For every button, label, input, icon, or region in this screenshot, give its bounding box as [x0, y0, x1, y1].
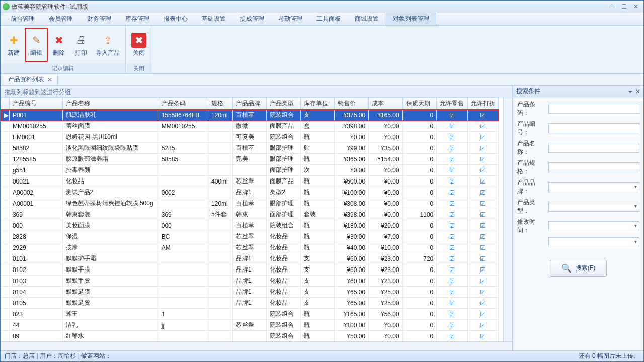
checkbox-icon[interactable]: ☑ — [449, 311, 455, 318]
checkbox-icon[interactable]: ☑ — [480, 134, 486, 141]
group-by-bar[interactable]: 拖动列标题到这进行分组 — [1, 86, 512, 97]
grid-scroll[interactable]: 产品编号产品名称产品条码规格产品品牌产品类型库存单位销售价成本保质天期允许零售允… — [1, 97, 503, 341]
close-window-button[interactable]: ✕ — [630, 3, 641, 11]
column-header[interactable]: 允许零售 — [437, 98, 467, 110]
menu-item[interactable]: 会员管理 — [42, 13, 80, 25]
table-row[interactable]: 0105默默足胶品牌1化妆品支¥65.00¥25.000☑☑ — [1, 298, 499, 309]
menu-item[interactable]: 报表中心 — [156, 13, 195, 25]
column-header[interactable]: 产品条码 — [158, 98, 208, 110]
table-row[interactable]: A00002测试产品20002品牌1类型2瓶¥100.00¥0.000☑☑ — [1, 187, 499, 198]
text-input[interactable] — [548, 104, 639, 114]
tab-product-list[interactable]: 产品资料列表 ✕ — [3, 73, 58, 85]
table-row[interactable]: MM0010255蕾丝面膜MM0010255微微面膜产品盒¥398.00¥0.0… — [1, 121, 499, 132]
ribbon-打印-button[interactable]: 🖨打印 — [70, 28, 92, 62]
checkbox-icon[interactable]: ☑ — [449, 134, 455, 141]
checkbox-icon[interactable]: ☑ — [480, 167, 486, 174]
checkbox-icon[interactable]: ☑ — [449, 211, 455, 218]
column-header[interactable]: 产品编号 — [9, 98, 62, 110]
checkbox-icon[interactable]: ☑ — [480, 145, 486, 152]
horizontal-scrollbar[interactable] — [1, 341, 512, 350]
table-row[interactable]: 0101默默护手霜品牌1化妆品支¥60.00¥23.00720☑☑ — [1, 253, 499, 264]
combo-input[interactable] — [548, 221, 639, 231]
maximize-button[interactable]: ☐ — [618, 3, 629, 11]
ribbon-删除-button[interactable]: ✖删除 — [48, 28, 70, 62]
checkbox-icon[interactable]: ☑ — [449, 200, 455, 207]
table-row[interactable]: 00021化妆品400ml芯丝翠面膜产品瓶¥500.00¥0.000☑☑ — [1, 176, 499, 187]
checkbox-icon[interactable]: ☑ — [449, 222, 455, 229]
checkbox-icon[interactable]: ☑ — [449, 112, 455, 119]
column-header[interactable]: 产品类型 — [267, 98, 301, 110]
checkbox-icon[interactable]: ☑ — [449, 289, 455, 296]
search-button[interactable]: 🔍搜索(F) — [550, 260, 607, 277]
checkbox-icon[interactable]: ☑ — [449, 189, 455, 196]
menu-item[interactable]: 提成管理 — [233, 13, 271, 25]
checkbox-icon[interactable]: ☑ — [449, 178, 455, 185]
checkbox-icon[interactable]: ☑ — [480, 289, 486, 296]
checkbox-icon[interactable]: ☑ — [449, 145, 455, 152]
sidebar-close-icon[interactable]: ✕ — [635, 88, 640, 95]
combo-input[interactable] — [548, 237, 639, 247]
checkbox-icon[interactable]: ☑ — [480, 244, 486, 251]
column-header[interactable]: 产品名称 — [62, 98, 158, 110]
ribbon-新建-button[interactable]: ✚新建 — [3, 28, 25, 62]
tab-close-icon[interactable]: ✕ — [47, 76, 52, 83]
menu-item[interactable]: 财务管理 — [80, 13, 118, 25]
column-header[interactable]: 保质天期 — [403, 98, 437, 110]
table-row[interactable]: 2828保湿BC芯丝翠化妆品瓶¥30.00¥7.000☑☑ — [1, 231, 499, 242]
table-row[interactable]: EM0001恩姆花园-黑川10ml可复美院装组合瓶¥0.00¥0.000☑☑ — [1, 132, 499, 143]
table-row[interactable]: 1285585胶原眼部滋养霜58585完美眼部护理瓶¥365.00¥154.00… — [1, 154, 499, 165]
checkbox-icon[interactable]: ☑ — [449, 266, 455, 274]
table-row[interactable]: 000美妆面膜000百植萃院装组合瓶¥180.00¥20.000☑☑ — [1, 220, 499, 231]
checkbox-icon[interactable]: ☑ — [480, 123, 486, 130]
column-header[interactable]: 成本 — [369, 98, 403, 110]
checkbox-icon[interactable]: ☑ — [480, 222, 486, 229]
menu-item[interactable]: 商城设置 — [348, 13, 386, 25]
table-row[interactable]: 2929按摩AM芯丝翠化妆品瓶¥40.00¥10.000☑☑ — [1, 242, 499, 253]
checkbox-icon[interactable]: ☑ — [449, 167, 455, 174]
text-input[interactable] — [548, 123, 639, 133]
checkbox-icon[interactable]: ☑ — [449, 322, 455, 329]
menu-item[interactable]: 考勤管理 — [271, 13, 309, 25]
column-header[interactable]: 销售价 — [335, 98, 369, 110]
table-row[interactable]: A00001绿色芭蒂茶树清爽控油软膜 500g120ml百植萃眼部护理瓶¥308… — [1, 198, 499, 209]
column-header[interactable]: 库存单位 — [300, 98, 335, 110]
text-input[interactable] — [548, 143, 639, 153]
column-header[interactable]: 允许打折 — [467, 98, 498, 110]
checkbox-icon[interactable]: ☑ — [480, 233, 486, 240]
checkbox-icon[interactable]: ☑ — [449, 233, 455, 240]
checkbox-icon[interactable]: ☑ — [449, 244, 455, 251]
ribbon-导入产品-button[interactable]: ⇪导入产品 — [92, 28, 123, 62]
checkbox-icon[interactable]: ☑ — [449, 123, 455, 130]
checkbox-icon[interactable]: ☑ — [449, 333, 455, 340]
table-row[interactable]: 89红鞭水院装组合瓶¥50.00¥0.000☑☑ — [1, 331, 499, 342]
text-input[interactable] — [548, 162, 639, 172]
checkbox-icon[interactable]: ☑ — [480, 200, 486, 207]
table-row[interactable]: g551排毒养颜面部护理次¥0.00¥0.000☑☑ — [1, 165, 499, 176]
checkbox-icon[interactable]: ☑ — [480, 189, 486, 196]
table-row[interactable]: 0104默默足膜品牌1化妆品支¥65.00¥25.000☑☑ — [1, 287, 499, 298]
minimize-button[interactable]: — — [606, 3, 617, 11]
table-row[interactable]: ▶P001肌源洁肤乳155586764FB120ml百植萃院装组合支¥375.0… — [1, 110, 499, 121]
table-row[interactable]: 0102默默手膜品牌1化妆品支¥60.00¥23.000☑☑ — [1, 264, 499, 276]
vertical-scrollbar[interactable] — [503, 97, 512, 341]
checkbox-icon[interactable]: ☑ — [449, 278, 455, 285]
table-row[interactable]: 58582淡化黑眼圈细纹眼袋眼贴膜5285百植萃眼部护理贴¥99.00¥35.0… — [1, 143, 499, 154]
checkbox-icon[interactable]: ☑ — [480, 255, 486, 262]
checkbox-icon[interactable]: ☑ — [480, 311, 486, 318]
checkbox-icon[interactable]: ☑ — [449, 255, 455, 262]
checkbox-icon[interactable]: ☑ — [480, 278, 486, 285]
combo-input[interactable] — [548, 182, 639, 192]
checkbox-icon[interactable]: ☑ — [480, 178, 486, 185]
menu-item[interactable]: 前台管理 — [4, 13, 42, 25]
checkbox-icon[interactable]: ☑ — [449, 300, 455, 307]
table-row[interactable]: 023蜂王1院装组合瓶¥165.00¥56.000☑☑ — [1, 309, 499, 320]
table-row[interactable]: 44洁乳jj芯丝翠院装组合瓶¥100.00¥0.000☑☑ — [1, 320, 499, 331]
menu-item[interactable]: 库存管理 — [118, 13, 156, 25]
checkbox-icon[interactable]: ☑ — [480, 300, 486, 307]
ribbon-编辑-button[interactable]: ✎编辑 — [25, 28, 48, 62]
menu-item[interactable]: 工具面板 — [309, 13, 348, 25]
combo-input[interactable] — [548, 202, 639, 212]
checkbox-icon[interactable]: ☑ — [480, 156, 486, 163]
menu-item[interactable]: 对象列表管理 — [386, 13, 436, 25]
pin-icon[interactable]: ⏷ — [627, 88, 633, 95]
